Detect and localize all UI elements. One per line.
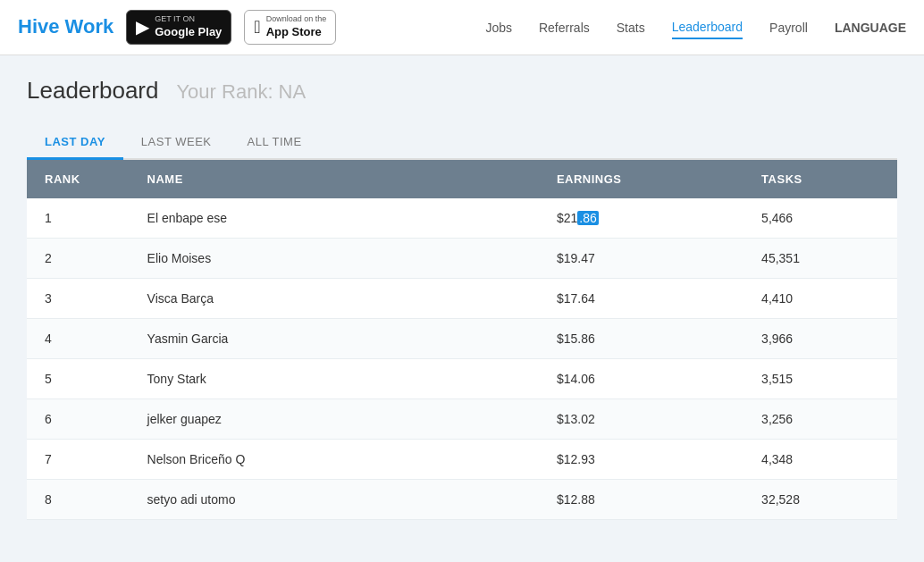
cell-tasks: 3,966 — [743, 319, 897, 359]
col-name: NAME — [130, 160, 539, 198]
google-play-badge[interactable]: ▶ GET IT ON Google Play — [126, 10, 231, 45]
cell-rank: 6 — [27, 399, 130, 440]
header-logo: Hive Work ▶ GET IT ON Google Play  Down… — [18, 10, 336, 45]
cell-tasks: 4,348 — [743, 440, 897, 480]
earnings-highlight: .86 — [577, 211, 598, 225]
main-nav: Jobs Referrals Stats Leaderboard Payroll… — [485, 16, 906, 39]
page-title: Leaderboard — [27, 77, 158, 105]
cell-tasks: 3,256 — [743, 399, 897, 440]
cell-earnings: $12.88 — [539, 480, 743, 520]
nav-referrals[interactable]: Referrals — [539, 17, 590, 38]
table-row: 6jelker guapez$13.023,256 — [27, 399, 897, 440]
table-row: 1El enbape ese$21.865,466 — [27, 198, 897, 239]
cell-earnings: $15.86 — [539, 319, 743, 359]
tab-all-time[interactable]: ALL TIME — [230, 126, 320, 158]
google-play-sub: GET IT ON — [155, 14, 222, 25]
cell-earnings: $17.64 — [539, 279, 743, 319]
cell-name: El enbape ese — [130, 198, 539, 239]
logo-black: Hive — [18, 15, 59, 38]
cell-rank: 7 — [27, 440, 130, 480]
nav-language[interactable]: LANGUAGE — [835, 21, 906, 35]
cell-rank: 1 — [27, 198, 130, 239]
nav-leaderboard[interactable]: Leaderboard — [672, 16, 743, 39]
cell-rank: 4 — [27, 319, 130, 359]
nav-stats[interactable]: Stats — [617, 17, 645, 38]
cell-name: setyo adi utomo — [130, 480, 539, 520]
table-row: 2Elio Moises$19.4745,351 — [27, 239, 897, 279]
cell-earnings: $19.47 — [539, 239, 743, 279]
nav-jobs[interactable]: Jobs — [485, 17, 512, 38]
cell-name: Nelson Briceño Q — [130, 440, 539, 480]
cell-earnings: $13.02 — [539, 399, 743, 440]
cell-name: Yasmin Garcia — [130, 319, 539, 359]
main-content: Leaderboard Your Rank: NA LAST DAY LAST … — [0, 55, 924, 541]
cell-earnings: $12.93 — [539, 440, 743, 480]
leaderboard-table: RANK NAME EARNINGS TASKS 1El enbape ese$… — [27, 160, 897, 520]
cell-tasks: 3,515 — [743, 359, 897, 399]
tabs-container: LAST DAY LAST WEEK ALL TIME — [27, 126, 897, 160]
table-header-row: RANK NAME EARNINGS TASKS — [27, 160, 897, 198]
table-row: 7Nelson Briceño Q$12.934,348 — [27, 440, 897, 480]
col-tasks: TASKS — [743, 160, 897, 198]
page-header: Leaderboard Your Rank: NA — [27, 77, 897, 105]
apple-icon:  — [254, 15, 260, 38]
table-row: 4Yasmin Garcia$15.863,966 — [27, 319, 897, 359]
cell-rank: 2 — [27, 239, 130, 279]
app-store-name: App Store — [266, 25, 327, 40]
col-rank: RANK — [27, 160, 130, 198]
tab-last-week[interactable]: LAST WEEK — [123, 126, 230, 158]
cell-name: Elio Moises — [130, 239, 539, 279]
nav-payroll[interactable]: Payroll — [769, 17, 808, 38]
cell-rank: 5 — [27, 359, 130, 399]
cell-name: jelker guapez — [130, 399, 539, 440]
app-store-sub: Download on the — [266, 14, 327, 25]
tab-last-day[interactable]: LAST DAY — [27, 126, 123, 160]
cell-name: Tony Stark — [130, 359, 539, 399]
cell-rank: 3 — [27, 279, 130, 319]
cell-tasks: 32,528 — [743, 480, 897, 520]
cell-tasks: 5,466 — [743, 198, 897, 239]
google-play-name: Google Play — [155, 25, 222, 40]
google-play-icon: ▶ — [136, 15, 149, 38]
table-row: 5Tony Stark$14.063,515 — [27, 359, 897, 399]
logo-text: Hive Work — [18, 15, 113, 38]
leaderboard-table-container: RANK NAME EARNINGS TASKS 1El enbape ese$… — [27, 160, 897, 520]
app-store-badge[interactable]:  Download on the App Store — [244, 10, 336, 45]
cell-earnings: $21.86 — [539, 198, 743, 239]
page-rank: Your Rank: NA — [176, 80, 306, 104]
table-row: 3Visca Barça$17.644,410 — [27, 279, 897, 319]
cell-tasks: 4,410 — [743, 279, 897, 319]
header: Hive Work ▶ GET IT ON Google Play  Down… — [0, 0, 924, 55]
col-earnings: EARNINGS — [539, 160, 743, 198]
logo-blue: Work — [65, 15, 114, 38]
cell-earnings: $14.06 — [539, 359, 743, 399]
cell-name: Visca Barça — [130, 279, 539, 319]
table-row: 8setyo adi utomo$12.8832,528 — [27, 480, 897, 520]
cell-rank: 8 — [27, 480, 130, 520]
cell-tasks: 45,351 — [743, 239, 897, 279]
